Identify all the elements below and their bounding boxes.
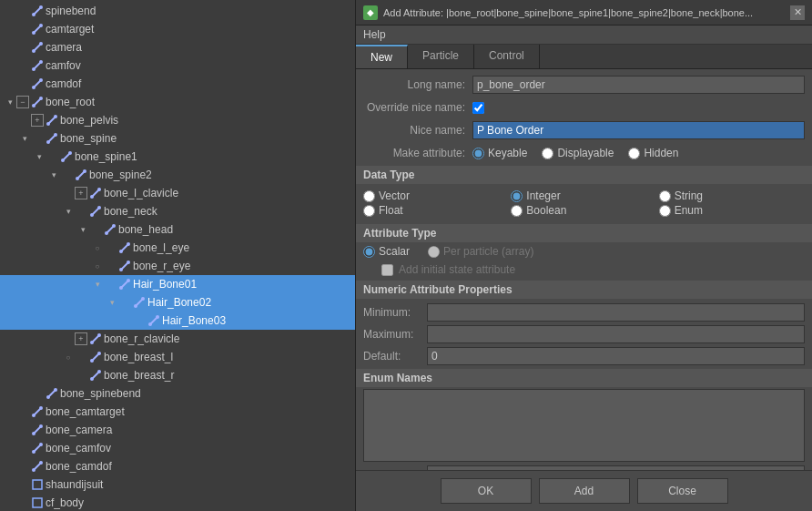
svg-point-17 — [39, 97, 43, 100]
svg-point-32 — [97, 188, 101, 191]
nice-name-input[interactable] — [472, 121, 805, 139]
override-nice-checkbox[interactable] — [472, 102, 484, 114]
tree-item-bone_head[interactable]: ▾bone_head — [0, 220, 355, 239]
tree-item-bone_spinebend[interactable]: bone_spinebend — [0, 384, 355, 403]
expand-icon-Hair_Bone03[interactable] — [120, 314, 133, 327]
tree-label-bone_camtarget: bone_camtarget — [46, 405, 125, 418]
expand-icon-shaundijsuit[interactable] — [4, 478, 16, 491]
svg-point-23 — [54, 133, 57, 137]
ok-button[interactable]: OK — [441, 478, 532, 504]
dialog-close-button[interactable]: ✕ — [790, 5, 805, 20]
expand-icon-bone_neck[interactable]: ▾ — [62, 205, 75, 218]
tree-item-bone_spine1[interactable]: ▾bone_spine1 — [0, 148, 355, 166]
expand-icon-Hair_Bone02[interactable]: ▾ — [106, 296, 118, 309]
expand-icon-camtarget[interactable] — [4, 23, 16, 36]
expand-icon-bone_l_eye[interactable]: ○ — [91, 241, 104, 254]
tree-item-bone_breast_r[interactable]: bone_breast_r — [0, 366, 355, 384]
expand-icon-bone_l_clavicle[interactable] — [62, 187, 75, 199]
tree-item-bone_spine2[interactable]: ▾bone_spine2 — [0, 166, 355, 184]
tree-item-cf_body[interactable]: cf_body — [0, 494, 355, 511]
make-attr-hidden[interactable]: Hidden — [628, 147, 678, 159]
tree-item-bone_camdof[interactable]: bone_camdof — [0, 457, 355, 475]
tree-item-bone_r_clavicle[interactable]: +bone_r_clavicle — [0, 330, 355, 348]
svg-rect-79 — [33, 498, 42, 507]
plus-box-bone_r_clavicle[interactable]: + — [75, 332, 87, 345]
expand-icon-bone_camera[interactable] — [4, 424, 16, 436]
type-enum[interactable]: Enum — [659, 204, 805, 217]
expand-icon-bone_camfov[interactable] — [4, 442, 16, 455]
bone-icon-bone_r_clavicle — [89, 332, 104, 346]
make-attr-displayable[interactable]: Displayable — [542, 147, 614, 159]
long-name-row: Long name: — [356, 73, 812, 97]
expand-icon-camera[interactable] — [4, 41, 16, 54]
enum-names-section: Enum Names — [356, 369, 812, 387]
tree-item-bone_l_clavicle[interactable]: +bone_l_clavicle — [0, 184, 355, 202]
tab-particle[interactable]: Particle — [408, 45, 474, 68]
maximum-input[interactable] — [427, 325, 805, 343]
tree-item-bone_spine[interactable]: ▾bone_spine — [0, 129, 355, 148]
expand-icon-bone_root[interactable]: ▾ — [4, 96, 16, 108]
expand-icon-bone_breast_l[interactable]: ○ — [62, 351, 75, 363]
expand-icon-bone_r_eye[interactable]: ○ — [91, 260, 104, 272]
tree-item-shaundijsuit[interactable]: shaundijsuit — [0, 475, 355, 494]
tree-item-spinebend[interactable]: spinebend — [0, 2, 355, 20]
expand-icon-bone_spine2[interactable]: ▾ — [47, 169, 60, 181]
make-attr-keyable[interactable]: Keyable — [472, 147, 527, 159]
type-float[interactable]: Float — [363, 204, 509, 217]
tree-item-bone_camfov[interactable]: bone_camfov — [0, 439, 355, 457]
enum-names-textarea[interactable] — [363, 389, 805, 462]
tree-item-bone_root[interactable]: ▾−bone_root — [0, 93, 355, 111]
expand-icon-bone_pelvis[interactable] — [18, 114, 31, 127]
tree-item-bone_l_eye[interactable]: ○bone_l_eye — [0, 239, 355, 257]
minimum-input[interactable] — [427, 303, 805, 322]
expand-icon-cf_body[interactable] — [4, 496, 16, 509]
expand-icon-Hair_Bone01[interactable]: ▾ — [91, 278, 104, 291]
tree-item-camtarget[interactable]: camtarget — [0, 20, 355, 38]
svg-point-58 — [90, 359, 94, 363]
tree-item-bone_pelvis[interactable]: +bone_pelvis — [0, 111, 355, 129]
tree-item-bone_camtarget[interactable]: bone_camtarget — [0, 403, 355, 421]
tree-item-bone_neck[interactable]: ▾bone_neck — [0, 202, 355, 220]
plus-box-bone_pelvis[interactable]: + — [31, 114, 44, 127]
expand-icon-spinebend[interactable] — [4, 5, 16, 17]
tree-item-camfov[interactable]: camfov — [0, 56, 355, 75]
minus-box-bone_root[interactable]: − — [16, 96, 29, 108]
long-name-input[interactable] — [472, 76, 805, 94]
tree-item-Hair_Bone02[interactable]: ▾Hair_Bone02 — [0, 293, 355, 312]
tree-item-camera[interactable]: camera — [0, 38, 355, 56]
bone-icon-Hair_Bone03 — [147, 314, 162, 328]
expand-icon-bone_breast_r[interactable] — [62, 369, 75, 382]
tab-control[interactable]: Control — [474, 45, 540, 68]
type-boolean[interactable]: Boolean — [511, 204, 656, 217]
default-input[interactable] — [427, 347, 805, 365]
tree-item-bone_breast_l[interactable]: ○bone_breast_l — [0, 348, 355, 366]
attr-scalar[interactable]: Scalar — [363, 245, 410, 258]
expand-icon-bone_head[interactable]: ▾ — [76, 223, 89, 236]
expand-icon-bone_spine[interactable]: ▾ — [18, 132, 31, 145]
type-vector[interactable]: Vector — [363, 189, 509, 202]
add-initial-state-checkbox[interactable] — [381, 264, 393, 276]
tree-item-bone_r_eye[interactable]: ○bone_r_eye — [0, 257, 355, 275]
tab-new[interactable]: New — [356, 45, 408, 68]
tree-label-camfov: camfov — [46, 59, 81, 72]
expand-icon-bone_spinebend[interactable] — [18, 387, 31, 400]
tree-item-Hair_Bone01[interactable]: ▾Hair_Bone01 — [0, 275, 355, 293]
expand-icon-bone_r_clavicle[interactable] — [62, 332, 75, 345]
add-button[interactable]: Add — [539, 478, 630, 504]
expand-icon-camfov[interactable] — [4, 59, 16, 72]
svg-point-26 — [68, 151, 72, 155]
tree-label-bone_spine1: bone_spine1 — [75, 150, 137, 163]
tree-item-bone_camera[interactable]: bone_camera — [0, 421, 355, 439]
tree-item-camdof[interactable]: camdof — [0, 75, 355, 93]
expand-icon-bone_spine1[interactable]: ▾ — [33, 150, 46, 163]
expand-icon-bone_camdof[interactable] — [4, 460, 16, 473]
plus-box-bone_l_clavicle[interactable]: + — [75, 187, 87, 199]
type-integer[interactable]: Integer — [511, 189, 656, 202]
tree-item-Hair_Bone03[interactable]: Hair_Bone03 — [0, 312, 355, 330]
attr-per-particle[interactable]: Per particle (array) — [428, 245, 533, 258]
type-string[interactable]: String — [659, 189, 805, 202]
dialog-titlebar: ◆ Add Attribute: |bone_root|bone_spine|b… — [356, 0, 812, 26]
close-button[interactable]: Close — [637, 478, 728, 504]
expand-icon-camdof[interactable] — [4, 77, 16, 90]
expand-icon-bone_camtarget[interactable] — [4, 405, 16, 418]
